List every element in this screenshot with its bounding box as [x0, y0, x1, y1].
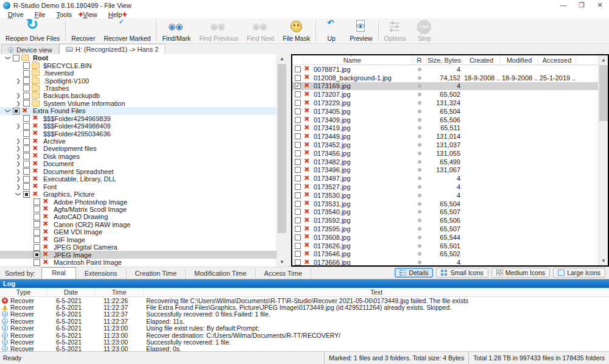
file-checkbox[interactable] — [295, 150, 301, 156]
log-row[interactable]: Recover6-5-202111:22:37Successfully reco… — [0, 311, 609, 318]
scroll-up-icon[interactable]: ▲ — [599, 55, 608, 65]
file-checkbox[interactable] — [295, 226, 301, 232]
tree-checkbox[interactable] — [23, 130, 30, 137]
tree-checkbox[interactable] — [33, 198, 40, 205]
file-row[interactable]: 0173452.jpg131,037 — [292, 141, 598, 149]
reopen-drive-files-button[interactable]: Reopen Drive Files — [1, 19, 64, 43]
tree-item[interactable]: ❯$$$Folder4294988409 — [0, 122, 276, 130]
scrollbar-thumb[interactable] — [599, 65, 608, 121]
file-row[interactable]: 0173207.jpg65,502 — [292, 90, 598, 99]
sort-tab-extensions[interactable]: Extensions — [76, 268, 127, 279]
expander-closed-icon[interactable]: ❯ — [15, 123, 21, 129]
restore-button[interactable]: ❐ — [572, 0, 591, 10]
tree-item[interactable]: AutoCAD Drawing — [0, 213, 276, 220]
tree-item[interactable]: ❯Executable, Library, DLL — [0, 175, 276, 183]
expander-closed-icon[interactable]: ❯ — [15, 100, 21, 107]
file-row[interactable]: 0173456.jpg131,055 — [292, 149, 598, 158]
scroll-down-icon[interactable]: ▼ — [599, 256, 608, 265]
tree-item[interactable]: ❯Graphics, Picture — [0, 191, 276, 198]
log-row[interactable]: Recover6-5-202111:22:26Recovering file C… — [0, 297, 609, 304]
tree-checkbox[interactable] — [23, 115, 30, 122]
tree-checkbox[interactable] — [33, 229, 40, 236]
column-header-r[interactable]: R — [413, 55, 426, 65]
tree-checkbox[interactable] — [33, 259, 40, 266]
file-row[interactable]: 0173666.jpg4 — [292, 258, 598, 265]
log-row[interactable]: Recover6-5-202111:22:37File Extra Found … — [0, 304, 609, 310]
sort-tab-creation-time[interactable]: Creation Time — [127, 268, 186, 279]
tree-item[interactable]: GIF Image — [0, 236, 276, 243]
tree-item[interactable]: Adobe Photoshop Image — [0, 198, 276, 205]
tree-item[interactable]: ❯Archive — [0, 138, 276, 145]
log-row[interactable]: Recover6-5-202111:23:00Using file exist … — [0, 325, 609, 332]
menu-item-drive[interactable]: Drive — [2, 11, 29, 18]
tree-checkbox[interactable] — [33, 244, 40, 251]
file-mask-button[interactable]: File Mask — [278, 19, 314, 43]
tree-checkbox[interactable] — [23, 191, 30, 198]
tree-item[interactable]: GEM VDI Image — [0, 228, 276, 236]
column-header-accessed[interactable]: Accessed — [538, 55, 576, 65]
file-checkbox[interactable] — [295, 66, 301, 72]
tree-item[interactable]: ❯Font — [0, 183, 276, 190]
log-column-header-text[interactable]: Text — [144, 288, 609, 296]
column-header-filler[interactable] — [576, 55, 598, 65]
file-checkbox[interactable] — [295, 125, 301, 131]
tree-item[interactable]: $$$Folder4294969839 — [0, 115, 276, 122]
tree-checkbox[interactable] — [33, 221, 40, 228]
recover-button[interactable]: Recover — [67, 19, 99, 43]
log-row[interactable]: Recover6-5-202111:23:00Recover destinati… — [0, 332, 609, 338]
file-row[interactable]: 0173608.jpg65,544 — [292, 233, 598, 242]
file-checkbox[interactable] — [295, 100, 301, 106]
sort-tab-modification-time[interactable]: Modification Time — [186, 268, 256, 279]
tree-item[interactable]: JPEG Image — [0, 251, 276, 258]
tree-item[interactable]: .fseventsd — [0, 69, 276, 77]
sort-tab-access-time[interactable]: Access Time — [256, 268, 311, 279]
tree-checkbox[interactable] — [33, 251, 40, 258]
scroll-up-icon[interactable]: ▲ — [277, 54, 287, 63]
tree-checkbox[interactable] — [33, 206, 40, 212]
tree-checkbox[interactable] — [23, 161, 30, 167]
preview-button[interactable]: Preview — [345, 19, 376, 43]
log-row[interactable]: Recover6-5-202111:22:37Elapsed: 11s. — [0, 318, 609, 324]
file-row[interactable]: 012008_background-1.jpg74,15218-9-2008 .… — [292, 74, 598, 82]
tree-scrollbar[interactable]: ▲ ▼ — [276, 54, 286, 267]
tree-checkbox[interactable] — [23, 138, 30, 145]
tree-item[interactable]: ❯System Volume Information — [0, 100, 276, 107]
medium-icons-button[interactable]: Medium Icons — [491, 268, 550, 278]
tree-checkbox[interactable] — [23, 77, 30, 84]
file-checkbox[interactable] — [295, 243, 301, 249]
log-row[interactable]: Recover6-5-202111:23:00Elapsed: 0s. — [0, 346, 609, 351]
small-icons-button[interactable]: Small Icons — [436, 268, 488, 278]
file-row[interactable]: 0173482.jpg65,499 — [292, 158, 598, 166]
column-header-modified[interactable]: Modified — [501, 55, 538, 65]
file-row[interactable]: 0173527.jpg4 — [292, 183, 598, 191]
tree-checkbox[interactable] — [23, 145, 30, 152]
log-column-header-time[interactable]: Time — [95, 288, 144, 296]
find-mark-button[interactable]: Find/Mark — [158, 19, 195, 43]
large-icons-button[interactable]: Large Icons — [553, 268, 605, 278]
file-checkbox[interactable] — [295, 75, 301, 81]
tree-item[interactable]: ❯Development files — [0, 145, 276, 152]
tree-item[interactable]: ❯Disk images — [0, 153, 276, 160]
file-checkbox[interactable] — [295, 83, 301, 89]
file-checkbox[interactable] — [295, 234, 301, 240]
column-header-size-bytes[interactable]: Size, Bytes — [426, 55, 463, 65]
column-header-created[interactable]: Created — [463, 55, 501, 65]
expander-closed-icon[interactable]: ❯ — [15, 138, 21, 144]
file-checkbox[interactable] — [295, 259, 301, 265]
tree-item[interactable]: ❯Extra Found Files — [0, 107, 276, 114]
tree-checkbox[interactable] — [23, 70, 30, 77]
expander-closed-icon[interactable]: ❯ — [15, 176, 21, 182]
expander-open-icon[interactable]: ❯ — [5, 55, 11, 61]
file-checkbox[interactable] — [295, 184, 301, 190]
file-row[interactable]: 0173592.jpg65,506 — [292, 216, 598, 225]
file-checkbox[interactable] — [295, 192, 301, 198]
tree-checkbox[interactable] — [23, 62, 30, 69]
file-row[interactable]: 0173626.jpg65,501 — [292, 242, 598, 250]
expander-closed-icon[interactable]: ❯ — [15, 161, 21, 167]
file-checkbox[interactable] — [295, 133, 301, 139]
tree-item[interactable]: ❯Root — [0, 54, 276, 61]
tree-item[interactable]: Agfa/Matrix Scodl Image — [0, 206, 276, 213]
scrollbar-thumb[interactable] — [278, 64, 286, 233]
details-button[interactable]: Details — [395, 268, 433, 278]
tree-checkbox[interactable] — [23, 176, 30, 183]
